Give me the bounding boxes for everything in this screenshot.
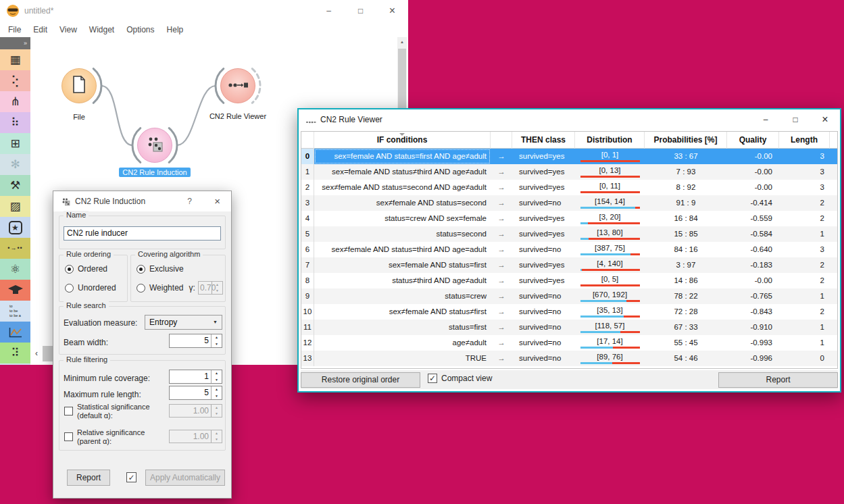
menu-file[interactable]: File	[2, 22, 27, 37]
toolbox-expander[interactable]: »	[0, 37, 30, 49]
category-orange3-example[interactable]: •→••	[0, 238, 30, 259]
menu-help[interactable]: Help	[161, 22, 190, 37]
close-icon[interactable]: ×	[810, 109, 840, 130]
report-button[interactable]: Report	[67, 470, 110, 486]
col-header-distribution[interactable]: Distribution	[575, 132, 645, 149]
min-coverage-spinner[interactable]: 1 ▲▼	[169, 370, 222, 384]
maximize-icon[interactable]: □	[345, 0, 376, 22]
col-header-probabilities[interactable]: Probabilities [%]	[645, 132, 727, 149]
category-visualize[interactable]: ⢕	[0, 70, 30, 91]
beam-width-spinner[interactable]: 5 ▲▼	[169, 334, 222, 348]
menu-options[interactable]: Options	[120, 22, 160, 37]
dice-rules-icon	[146, 135, 164, 155]
rule-probabilities: 72 : 28	[645, 304, 727, 320]
category-unsupervised[interactable]: ⊞	[0, 133, 30, 154]
col-header-length[interactable]: Length	[779, 132, 830, 149]
minimize-icon[interactable]: –	[751, 109, 780, 130]
rule-row-1[interactable]: 1sex=female AND status≠third AND age≠adu…	[301, 164, 837, 180]
menu-widget[interactable]: Widget	[83, 22, 120, 37]
sidebar-collapse-button[interactable]: ‹	[30, 346, 43, 361]
category-educational[interactable]	[0, 280, 30, 301]
dialog-titlebar[interactable]: CN2 Rule Induction ? ×	[53, 191, 231, 211]
rule-distribution: [0, 1]	[575, 149, 645, 164]
minimize-icon[interactable]: –	[313, 0, 345, 22]
category-associate[interactable]: ★	[0, 217, 30, 238]
col-header-then-class[interactable]: THEN class	[512, 132, 575, 149]
rule-row-5[interactable]: 5status=second→survived=yes[13, 80]15 : …	[301, 226, 837, 242]
category-text-mining[interactable]: to to be to be a	[0, 301, 30, 322]
radio-weighted[interactable]: Weighted γ:	[136, 283, 195, 293]
rule-row-6[interactable]: 6sex≠female AND status=third AND age=adu…	[301, 242, 837, 257]
rule-length: 2	[779, 257, 830, 273]
gamma-spinner[interactable]: 0.70 ▲▼	[198, 281, 223, 295]
category-image-analytics[interactable]: ▨	[0, 196, 30, 217]
rule-row-8[interactable]: 8status≠third AND age≠adult→survived=yes…	[301, 273, 837, 288]
category-time-series[interactable]	[0, 322, 30, 343]
rule-distribution: [13, 80]	[575, 226, 645, 242]
menu-view[interactable]: View	[53, 22, 83, 37]
relative-significance-checkbox[interactable]	[64, 432, 73, 441]
scroll-up-icon[interactable]: ▲	[397, 37, 407, 47]
rule-row-13[interactable]: 13TRUE→survived=no[89, 76]54 : 46-0.9960	[301, 351, 837, 366]
help-icon[interactable]: ?	[187, 191, 192, 211]
rule-index: 0	[301, 149, 314, 164]
close-icon[interactable]: ×	[214, 191, 220, 211]
restore-original-order-button[interactable]: Restore original order	[301, 372, 420, 388]
main-titlebar[interactable]: untitled* – □ ×	[0, 0, 408, 22]
radio-exclusive[interactable]: Exclusive	[136, 264, 184, 274]
rule-row-4[interactable]: 4status=crew AND sex=female→survived=yes…	[301, 211, 837, 226]
rule-filtering-group: Rule filtering Minimum rule coverage: 1 …	[59, 360, 226, 451]
orange-app-icon	[6, 4, 20, 20]
category-networks[interactable]: ⚛	[0, 259, 30, 280]
viewer-titlebar[interactable]: CN2 Rule Viewer – □ ×	[299, 109, 840, 130]
radio-icon	[65, 265, 74, 274]
statistical-significance-label: Statistical significance (default α):	[77, 403, 150, 420]
category-data[interactable]: ▦	[0, 49, 30, 70]
category-model[interactable]: ⋔	[0, 91, 30, 112]
evaluation-measure-select[interactable]: Entropy ▼	[145, 315, 222, 330]
widget-file[interactable]	[61, 68, 97, 103]
maximize-icon[interactable]: □	[780, 109, 810, 130]
rule-row-12[interactable]: 12age≠adult→survived=no[17, 14]55 : 45-0…	[301, 335, 837, 351]
rule-if-conditions: status=crew AND sex=female	[314, 211, 491, 226]
close-icon[interactable]: ×	[376, 0, 408, 22]
rule-row-0[interactable]: 0sex=female AND status=first AND age≠adu…	[301, 149, 837, 164]
rule-search-group: Rule search Evaluation measure: Entropy …	[59, 306, 226, 355]
category-prototypes[interactable]: ⚒	[0, 175, 30, 196]
relative-significance-spinner[interactable]: 1.00 ▲▼	[169, 430, 222, 443]
col-header-if-conditions[interactable]: IF conditions	[314, 132, 491, 149]
apply-automatically-checkbox[interactable]: ✓	[126, 472, 136, 482]
col-header-quality[interactable]: Quality	[727, 132, 779, 149]
rule-length: 2	[779, 273, 830, 288]
rule-then-class: survived=no	[512, 242, 575, 257]
category-bioinformatics[interactable]: ⠽	[0, 343, 30, 363]
radio-unordered[interactable]: Unordered	[65, 283, 116, 293]
menu-edit[interactable]: Edit	[27, 22, 53, 37]
rule-arrow: →	[491, 257, 512, 273]
rule-row-11[interactable]: 11status=first→survived=no[118, 57]67 : …	[301, 320, 837, 335]
rule-row-7[interactable]: 7sex=female AND status=first→survived=ye…	[301, 257, 837, 273]
rule-row-9[interactable]: 9status=crew→survived=no[670, 192]78 : 2…	[301, 288, 837, 304]
category-spectroscopy[interactable]: ✻	[0, 154, 30, 175]
max-length-spinner[interactable]: 5 ▲▼	[169, 386, 222, 400]
rule-row-2[interactable]: 2sex≠female AND status=second AND age≠ad…	[301, 180, 837, 195]
radio-ordered[interactable]: Ordered	[65, 264, 107, 274]
category-evaluate[interactable]: ⠷	[0, 112, 30, 133]
widget-cn2-rule-viewer[interactable]	[220, 68, 255, 103]
rule-quality: -0.414	[727, 195, 779, 211]
widget-cn2-rule-induction[interactable]	[137, 128, 172, 163]
apply-automatically-button[interactable]: Apply Automatically	[145, 470, 225, 486]
category-spectroscopy-icon: ✻	[10, 159, 20, 170]
statistical-significance-spinner[interactable]: 1.00 ▲▼	[169, 404, 222, 418]
category-more[interactable]	[0, 363, 30, 365]
col-header-index[interactable]	[301, 132, 314, 149]
rule-arrow: →	[491, 211, 512, 226]
learner-name-input[interactable]: CN2 rule inducer	[64, 226, 221, 241]
rule-row-10[interactable]: 10sex≠female AND status≠first→survived=n…	[301, 304, 837, 320]
statistical-significance-checkbox[interactable]	[64, 407, 73, 415]
col-header-arrow[interactable]	[491, 132, 512, 149]
compact-view-checkbox[interactable]: ✓ Compact view	[428, 374, 492, 383]
rule-index: 6	[301, 242, 314, 257]
rule-row-3[interactable]: 3sex≠female AND status=second→survived=n…	[301, 195, 837, 211]
report-button[interactable]: Report	[718, 372, 838, 388]
